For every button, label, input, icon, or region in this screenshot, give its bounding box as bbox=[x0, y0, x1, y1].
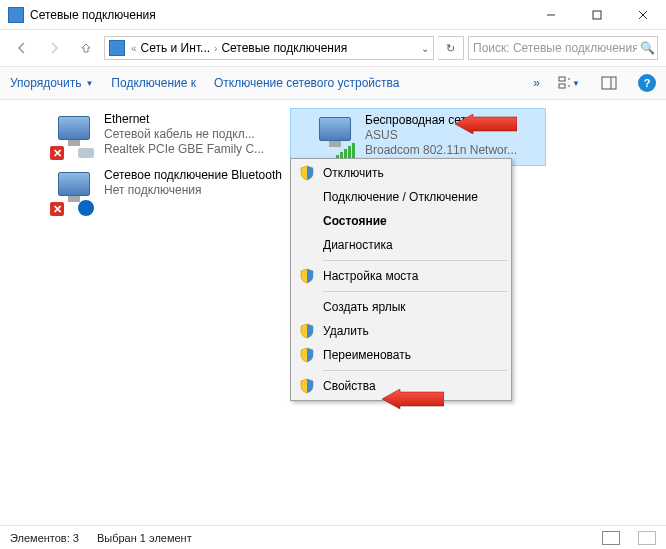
search-icon[interactable]: 🔍 bbox=[637, 41, 657, 55]
ethernet-status: Сетевой кабель не подкл... bbox=[104, 127, 264, 142]
svg-rect-8 bbox=[602, 77, 616, 89]
status-selected: Выбран 1 элемент bbox=[97, 532, 192, 544]
breadcrumb-sep-icon: « bbox=[131, 43, 137, 54]
wifi-name: Беспроводная сеть bbox=[365, 113, 517, 128]
svg-rect-5 bbox=[559, 84, 565, 88]
address-bar[interactable]: « Сеть и Инт... › Сетевые подключения ⌄ bbox=[104, 36, 434, 60]
chevron-down-icon: ▼ bbox=[85, 79, 93, 88]
up-button[interactable] bbox=[72, 34, 100, 62]
view-button[interactable]: ▼ bbox=[558, 72, 580, 94]
menu-disable[interactable]: Отключить bbox=[293, 161, 509, 185]
menu-delete[interactable]: Удалить bbox=[293, 319, 509, 343]
connect-to-button[interactable]: Подключение к bbox=[111, 76, 196, 90]
breadcrumb-seg-2[interactable]: Сетевые подключения bbox=[219, 41, 349, 55]
status-bar: Элементов: 3 Выбран 1 элемент bbox=[0, 525, 666, 549]
organize-button[interactable]: Упорядочить▼ bbox=[10, 76, 93, 90]
minimize-button[interactable] bbox=[528, 0, 574, 30]
wifi-adapter: Broadcom 802.11n Networ... bbox=[365, 143, 517, 158]
search-placeholder: Поиск: Сетевые подключения bbox=[473, 41, 637, 55]
shield-icon bbox=[299, 268, 315, 284]
context-menu: Отключить Подключение / Отключение Состо… bbox=[290, 158, 512, 401]
menu-status[interactable]: Состояние bbox=[293, 209, 509, 233]
chevron-down-icon: ▼ bbox=[572, 79, 580, 88]
address-dropdown-icon[interactable]: ⌄ bbox=[417, 43, 433, 54]
search-input[interactable]: Поиск: Сетевые подключения 🔍 bbox=[468, 36, 658, 60]
menu-separator bbox=[323, 370, 507, 371]
maximize-button[interactable] bbox=[574, 0, 620, 30]
content-area: ✕ Ethernet Сетевой кабель не подкл... Re… bbox=[0, 100, 666, 116]
bluetooth-status: Нет подключения bbox=[104, 183, 282, 198]
wifi-icon bbox=[311, 113, 359, 161]
connection-ethernet[interactable]: ✕ Ethernet Сетевой кабель не подкл... Re… bbox=[30, 108, 290, 164]
svg-rect-1 bbox=[593, 11, 601, 19]
preview-pane-button[interactable] bbox=[598, 72, 620, 94]
view-details-button[interactable] bbox=[602, 531, 620, 545]
app-icon bbox=[8, 7, 24, 23]
help-button[interactable]: ? bbox=[638, 74, 656, 92]
connection-bluetooth[interactable]: ✕ Сетевое подключение Bluetooth Нет подк… bbox=[30, 164, 290, 220]
bluetooth-name: Сетевое подключение Bluetooth bbox=[104, 168, 282, 183]
ethernet-name: Ethernet bbox=[104, 112, 264, 127]
shield-icon bbox=[299, 165, 315, 181]
menu-shortcut[interactable]: Создать ярлык bbox=[293, 295, 509, 319]
bluetooth-icon: ✕ bbox=[50, 168, 98, 216]
menu-rename[interactable]: Переименовать bbox=[293, 343, 509, 367]
toolbar: Упорядочить▼ Подключение к Отключение се… bbox=[0, 66, 666, 100]
address-row: « Сеть и Инт... › Сетевые подключения ⌄ … bbox=[0, 30, 666, 66]
menu-diagnostics[interactable]: Диагностика bbox=[293, 233, 509, 257]
svg-rect-4 bbox=[559, 77, 565, 81]
menu-properties[interactable]: Свойства bbox=[293, 374, 509, 398]
close-button[interactable] bbox=[620, 0, 666, 30]
ethernet-adapter: Realtek PCIe GBE Family C... bbox=[104, 142, 264, 157]
refresh-button[interactable]: ↻ bbox=[438, 36, 464, 60]
shield-icon bbox=[299, 323, 315, 339]
more-chevrons-icon[interactable]: » bbox=[533, 76, 540, 90]
location-icon bbox=[109, 40, 125, 56]
menu-separator bbox=[323, 260, 507, 261]
menu-bridge[interactable]: Настройка моста bbox=[293, 264, 509, 288]
menu-connect-disconnect[interactable]: Подключение / Отключение bbox=[293, 185, 509, 209]
forward-button[interactable] bbox=[40, 34, 68, 62]
window-title: Сетевые подключения bbox=[30, 8, 528, 22]
back-button[interactable] bbox=[8, 34, 36, 62]
disable-device-button[interactable]: Отключение сетевого устройства bbox=[214, 76, 399, 90]
menu-separator bbox=[323, 291, 507, 292]
titlebar: Сетевые подключения bbox=[0, 0, 666, 30]
status-elements: Элементов: 3 bbox=[10, 532, 79, 544]
ethernet-icon: ✕ bbox=[50, 112, 98, 160]
shield-icon bbox=[299, 347, 315, 363]
view-large-button[interactable] bbox=[638, 531, 656, 545]
breadcrumb-seg-1[interactable]: Сеть и Инт... bbox=[139, 41, 212, 55]
shield-icon bbox=[299, 378, 315, 394]
wifi-status: ASUS bbox=[365, 128, 517, 143]
chevron-right-icon[interactable]: › bbox=[214, 43, 217, 54]
